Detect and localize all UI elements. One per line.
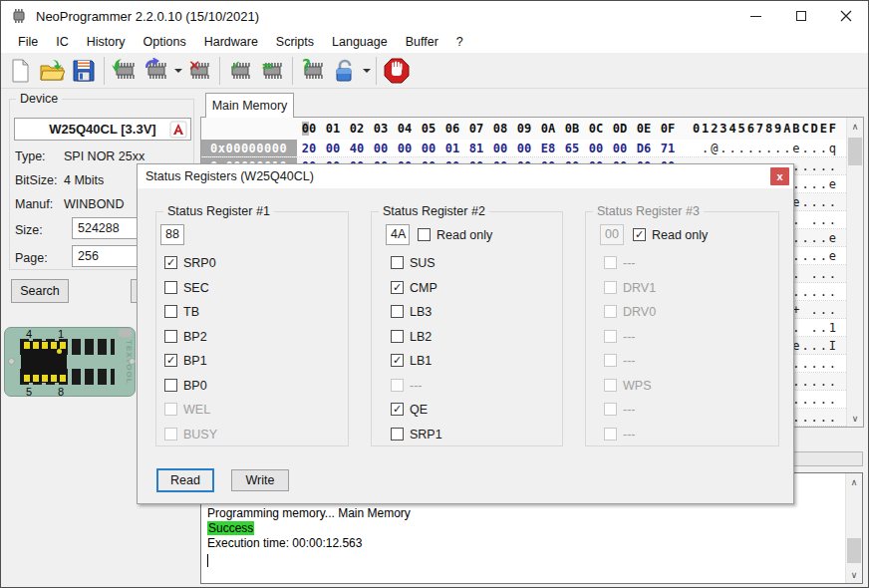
- toolbar-separator: [219, 57, 220, 85]
- open-file-button[interactable]: [36, 55, 68, 87]
- hex-header-gutter: [201, 118, 297, 140]
- hex-byte-cell[interactable]: 00: [512, 140, 536, 156]
- menu-bar: FileICHistoryOptionsHardwareScriptsLangu…: [1, 31, 868, 53]
- register-bit-SRP0: ✓SRP0: [164, 255, 216, 270]
- save-file-button[interactable]: [68, 55, 100, 87]
- register-bit-TB: ✓TB: [164, 304, 199, 319]
- register-bit-DRV1: ✓DRV1: [604, 280, 656, 295]
- menu-item-file[interactable]: File: [9, 33, 47, 51]
- socket-pin: [51, 342, 57, 349]
- log-lines: Programming memory... Main MemorySuccess…: [207, 506, 411, 551]
- hex-byte-cell[interactable]: 00: [393, 140, 417, 156]
- search-button[interactable]: Search: [11, 279, 69, 303]
- dialog-close-button[interactable]: x: [770, 167, 789, 185]
- bit-checkbox[interactable]: ✓: [391, 281, 404, 294]
- write-button[interactable]: Write: [231, 469, 289, 491]
- hex-column-header: 0D: [608, 118, 632, 140]
- hex-byte-cell[interactable]: 00: [488, 140, 512, 156]
- bit-checkbox[interactable]: ✓: [164, 281, 177, 294]
- dialog-title-bar[interactable]: Status Registers (W25Q40CL) x: [138, 164, 793, 188]
- status-register-group-3: Status Register #300✓Read only✓---✓DRV1✓…: [585, 211, 779, 446]
- bit-label: QE: [410, 403, 428, 417]
- toolbar-separator: [376, 57, 377, 85]
- hex-byte-cell[interactable]: 71: [656, 140, 680, 156]
- read-only-checkbox[interactable]: ✓: [418, 228, 431, 241]
- socket-pin: [42, 342, 48, 349]
- verify-chip-button[interactable]: ✓: [224, 55, 256, 87]
- hex-byte-cell[interactable]: 00: [584, 140, 608, 156]
- hex-byte-cell[interactable]: E8: [536, 140, 560, 156]
- hex-column-header: 07: [464, 118, 488, 140]
- register-value-input[interactable]: 88: [160, 224, 184, 245]
- scroll-down-arrow-icon[interactable]: ∨: [846, 566, 862, 583]
- menu-item-ic[interactable]: IC: [47, 33, 78, 51]
- bit-checkbox[interactable]: ✓: [391, 428, 404, 441]
- hex-byte-cell[interactable]: 01: [440, 140, 464, 156]
- field-value: SPI NOR 25xx: [64, 149, 145, 163]
- identify-chip-button[interactable]: ?: [297, 55, 329, 87]
- hex-byte-cell[interactable]: 00: [369, 140, 393, 156]
- app-window: NeoProgrammer 2.2.0.10 (15/10/2021) File…: [0, 0, 869, 588]
- tab-main-memory[interactable]: Main Memory: [205, 93, 294, 118]
- write-chip-button[interactable]: [141, 55, 172, 87]
- bit-checkbox[interactable]: ✓: [391, 256, 404, 269]
- hex-byte-cell[interactable]: 81: [464, 140, 488, 156]
- bit-checkbox[interactable]: ✓: [164, 354, 177, 367]
- hex-row-ascii[interactable]: .@........e...q: [693, 140, 838, 156]
- menu-item-buffer[interactable]: Buffer: [397, 33, 447, 51]
- menu-item-scripts[interactable]: Scripts: [267, 33, 323, 51]
- dropdown-arrow-icon[interactable]: [361, 55, 372, 87]
- scroll-up-arrow-icon[interactable]: ∧: [846, 473, 862, 490]
- hex-vertical-scrollbar[interactable]: ∧ ∨: [846, 118, 863, 427]
- menu-item-[interactable]: ?: [447, 33, 472, 51]
- hex-byte-cell[interactable]: 00: [321, 140, 345, 156]
- maximize-button[interactable]: [778, 1, 823, 31]
- minimize-button[interactable]: [733, 1, 778, 31]
- hex-byte-cell[interactable]: 00: [417, 140, 440, 156]
- pdf-datasheet-icon[interactable]: [169, 121, 187, 139]
- bit-checkbox: ✓: [164, 428, 177, 441]
- hex-byte-cell[interactable]: 20: [297, 140, 321, 156]
- scroll-down-arrow-icon[interactable]: ∨: [847, 410, 863, 427]
- bit-checkbox[interactable]: ✓: [164, 379, 177, 392]
- bit-label: SRP0: [183, 256, 216, 270]
- register-value-input[interactable]: 4A: [386, 224, 410, 245]
- register-bit-BP2: ✓BP2: [164, 329, 207, 344]
- erase-chip-button[interactable]: ✕: [183, 55, 215, 87]
- scroll-thumb[interactable]: [848, 138, 862, 165]
- read-only-checkbox[interactable]: ✓: [633, 228, 646, 241]
- field-value: 4 Mbits: [64, 173, 104, 187]
- bit-checkbox[interactable]: ✓: [164, 305, 177, 318]
- register-bit-WEL: ✓WEL: [164, 402, 210, 417]
- bit-checkbox[interactable]: ✓: [391, 354, 404, 367]
- close-button[interactable]: [823, 1, 868, 31]
- bit-checkbox[interactable]: ✓: [164, 330, 177, 343]
- bit-checkbox[interactable]: ✓: [391, 305, 404, 318]
- dropdown-arrow-icon[interactable]: [172, 55, 183, 87]
- hex-byte-cell[interactable]: D6: [632, 140, 656, 156]
- read-only-option: ✓Read only: [633, 227, 708, 242]
- device-name-field[interactable]: W25Q40CL [3.3V]: [14, 118, 191, 141]
- read-button[interactable]: Read: [156, 468, 214, 492]
- hex-byte-cell[interactable]: 65: [560, 140, 584, 156]
- scroll-thumb[interactable]: [847, 538, 861, 563]
- new-file-button[interactable]: [4, 55, 36, 87]
- window-controls: [733, 1, 868, 31]
- hex-byte-cell[interactable]: 00: [608, 140, 632, 156]
- unlock-button[interactable]: [329, 55, 361, 87]
- log-vertical-scrollbar[interactable]: ∧ ∨: [845, 473, 862, 583]
- stop-hand-button[interactable]: [381, 55, 413, 87]
- menu-item-language[interactable]: Language: [323, 33, 397, 51]
- register-bit-SUS: ✓SUS: [391, 255, 435, 270]
- compare-chip-button[interactable]: =: [256, 55, 288, 87]
- bit-checkbox[interactable]: ✓: [391, 330, 404, 343]
- bit-checkbox[interactable]: ✓: [391, 403, 404, 416]
- menu-item-hardware[interactable]: Hardware: [195, 33, 267, 51]
- bit-checkbox[interactable]: ✓: [164, 256, 177, 269]
- menu-item-history[interactable]: History: [78, 33, 135, 51]
- menu-item-options[interactable]: Options: [135, 33, 195, 51]
- hex-byte-cell[interactable]: 40: [345, 140, 369, 156]
- svg-text:=: =: [261, 58, 274, 75]
- read-chip-button[interactable]: [109, 55, 141, 87]
- scroll-up-arrow-icon[interactable]: ∧: [847, 118, 863, 135]
